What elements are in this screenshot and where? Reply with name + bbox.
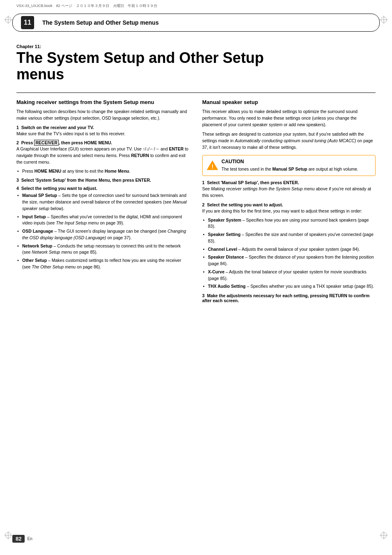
- step1-body: Make sure that the TV's video input is s…: [16, 131, 190, 137]
- step2-heading: 2 Press RECEIVER, then press HOME MENU.: [16, 140, 190, 145]
- chapter-header-bar: 11 The System Setup and Other Setup menu…: [12, 14, 380, 32]
- right-bullet-speaker-system: Speaker System – Specifies how you are u…: [202, 217, 376, 230]
- step4-bullet-input-setup: Input Setup – Specifies what you've conn…: [16, 214, 190, 227]
- step1-title: Switch on the receiver and your TV.: [21, 125, 94, 130]
- right-section-heading: Manual speaker setup: [202, 99, 376, 106]
- right-bullet-speaker-setting: Speaker Setting – Specifies the size and…: [202, 231, 376, 245]
- step1-heading: 1 Switch on the receiver and your TV.: [16, 125, 190, 130]
- step4-bullet-osd: OSD Language – The GUI screen's display …: [16, 228, 190, 241]
- chapter-header-title: The System Setup and Other Setup menus: [42, 19, 159, 26]
- page-lang: En: [27, 536, 32, 541]
- reg-mark-br: [380, 531, 388, 539]
- right-step3-heading: 3 Make the adjustments necessary for eac…: [202, 293, 376, 303]
- chapter-title-line1: The System Setup and Other Setup: [16, 49, 264, 66]
- right-step2-intro: If you are doing this for the first time…: [202, 208, 376, 215]
- left-column: Making receiver settings from the System…: [16, 99, 190, 304]
- right-bullet-channel-level: Channel Level – Adjusts the overall bala…: [202, 246, 376, 253]
- reg-mark-tr: [380, 16, 388, 24]
- step2-title-prefix: Press: [21, 140, 35, 145]
- caution-box: ! CAUTION The test tones used in the Man…: [202, 155, 376, 176]
- right-bullet-speaker-distance: Speaker Distance – Specifies the distanc…: [202, 254, 376, 267]
- svg-text:!: !: [212, 163, 214, 170]
- reg-mark-bl: [4, 531, 12, 539]
- left-section-heading: Making receiver settings from the System…: [16, 99, 190, 106]
- right-step1-heading: 1 Select 'Manual SP Setup', then press E…: [202, 180, 376, 185]
- right-step2-bullets: Speaker System – Specifies how you are u…: [202, 217, 376, 290]
- right-intro2: These settings are designed to customize…: [202, 131, 376, 150]
- step2-body: A Graphical User Interface (GUI) screen …: [16, 146, 190, 165]
- right-step1-body: See Making receiver settings from the Sy…: [202, 186, 376, 199]
- step2-title-suffix: , then press HOME MENU.: [59, 140, 112, 145]
- page-footer: 82 En: [12, 535, 32, 543]
- step4-bullet-list: Manual SP Setup – Sets the type of conne…: [16, 192, 190, 270]
- right-column: Manual speaker setup This receiver allow…: [202, 99, 376, 304]
- chapter-title-line2: menus: [16, 66, 64, 83]
- step4-bullet-manual-sp: Manual SP Setup – Sets the type of conne…: [16, 192, 190, 212]
- step4-heading: 4 Select the setting you want to adjust.: [16, 186, 190, 191]
- page-number: 82: [12, 535, 25, 543]
- step4-bullet-network: Network Setup – Conducts the setup neces…: [16, 243, 190, 256]
- reg-mark-tl: [4, 16, 12, 24]
- file-metadata: VSX-33_UXJCB.book 82 ページ ２０１０年３月９日 火曜日 午…: [0, 0, 392, 10]
- right-bullet-xcurve: X-Curve – Adjusts the tonal balance of y…: [202, 269, 376, 282]
- step4-bullet-other: Other Setup – Makes customized settings …: [16, 257, 190, 271]
- right-bullet-thx: THX Audio Setting – Specifies whether yo…: [202, 283, 376, 290]
- two-column-layout: Making receiver settings from the System…: [16, 99, 376, 304]
- caution-content: CAUTION The test tones used in the Manua…: [221, 159, 358, 173]
- left-section-intro: The following section describes how to c…: [16, 109, 190, 122]
- chapter-label: Chapter 11:: [16, 44, 376, 49]
- step2-bullet-list: Press HOME MENU at any time to exit the …: [16, 168, 190, 175]
- step2-bullet-item: Press HOME MENU at any time to exit the …: [16, 168, 190, 175]
- step3-heading: 3 Select 'System Setup' from the Home Me…: [16, 178, 190, 183]
- main-content: Chapter 11: The System Setup and Other S…: [0, 44, 392, 304]
- step1-num: 1: [16, 125, 19, 130]
- section-divider: [16, 92, 376, 93]
- chapter-big-title: The System Setup and Other Setup menus: [16, 50, 376, 82]
- right-intro1: This receiver allows you to make detaile…: [202, 109, 376, 128]
- step2-num: 2: [16, 140, 19, 145]
- step2-receiver-key: RECEIVER: [34, 140, 59, 146]
- caution-title: CAUTION: [221, 159, 358, 164]
- meta-text: VSX-33_UXJCB.book 82 ページ ２０１０年３月９日 火曜日 午…: [16, 4, 157, 8]
- caution-text: The test tones used in the Manual SP Set…: [221, 166, 358, 173]
- chapter-number: 11: [21, 16, 34, 29]
- right-step2-heading: 2 Select the setting you want to adjust.: [202, 202, 376, 207]
- caution-icon: !: [207, 160, 218, 172]
